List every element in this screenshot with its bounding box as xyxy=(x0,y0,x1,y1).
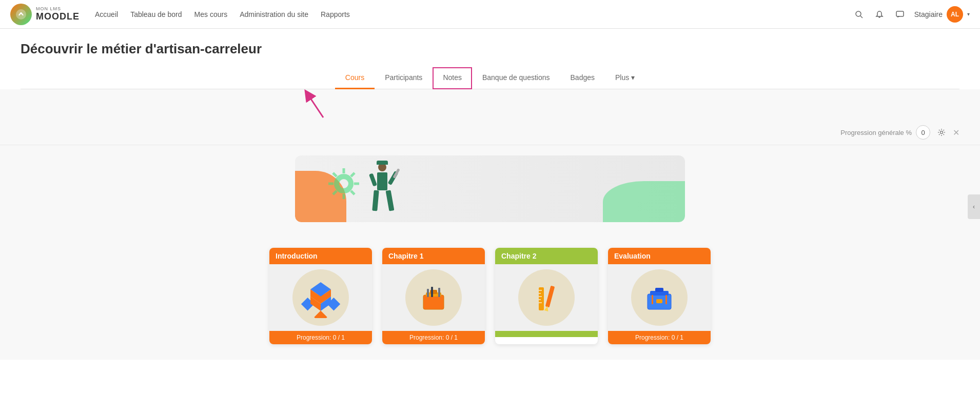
course-header: Découvrir le métier d'artisan-carreleur … xyxy=(0,29,980,89)
svg-rect-24 xyxy=(423,295,444,309)
svg-line-10 xyxy=(333,173,337,176)
svg-rect-4 xyxy=(896,11,904,16)
evaluation-toolbox-icon xyxy=(641,280,677,316)
card-introduction-progress: Progression: 0 / 1 xyxy=(269,331,372,344)
svg-line-11 xyxy=(351,191,355,194)
arrow-annotation xyxy=(298,89,328,119)
course-title: Découvrir le métier d'artisan-carreleur xyxy=(21,41,959,57)
svg-point-2 xyxy=(856,11,861,16)
hero-image xyxy=(295,155,685,222)
tab-cours[interactable]: Cours xyxy=(335,67,375,89)
user-avatar: AL xyxy=(947,6,963,23)
tab-plus[interactable]: Plus ▾ xyxy=(605,67,645,89)
navbar: MON LMS MOODLE Accueil Tableau de bord M… xyxy=(0,0,980,29)
cards-grid: Introduction xyxy=(269,248,711,344)
card-chapitre2-image xyxy=(495,264,598,331)
settings-icon[interactable] xyxy=(934,125,949,140)
svg-rect-18 xyxy=(314,310,327,318)
svg-point-5 xyxy=(940,131,943,134)
card-circle xyxy=(631,269,688,326)
svg-rect-35 xyxy=(539,302,542,303)
card-introduction-image xyxy=(269,264,372,331)
nav-accueil[interactable]: Accueil xyxy=(95,10,118,18)
svg-rect-32 xyxy=(539,293,541,294)
brand-logo xyxy=(10,4,32,25)
svg-line-13 xyxy=(333,191,337,194)
svg-rect-31 xyxy=(539,290,542,291)
card-introduction[interactable]: Introduction xyxy=(269,248,372,344)
chevron-left-icon: ‹ xyxy=(973,203,975,210)
progression-value: 0 xyxy=(916,125,930,140)
card-circle xyxy=(405,269,462,326)
tabs-container: Cours Participants Notes Banque de quest… xyxy=(21,67,959,89)
card-chapitre1-header: Chapitre 1 xyxy=(382,248,485,264)
card-chapitre1-progress: Progression: 0 / 1 xyxy=(382,331,485,344)
worker-figure xyxy=(367,161,398,222)
svg-rect-43 xyxy=(665,295,667,304)
card-chapitre2[interactable]: Chapitre 2 xyxy=(495,248,598,344)
card-circle xyxy=(292,269,349,326)
user-menu[interactable]: Stagiaire AL ▾ xyxy=(914,6,970,23)
cards-section: Introduction xyxy=(0,232,980,360)
svg-point-14 xyxy=(338,178,350,190)
sidebar-toggle[interactable]: ‹ xyxy=(968,194,980,219)
svg-rect-40 xyxy=(655,288,663,292)
svg-rect-42 xyxy=(652,295,653,304)
toolbox-icon xyxy=(416,280,452,316)
card-introduction-header: Introduction xyxy=(269,248,372,264)
svg-rect-36 xyxy=(545,286,555,308)
brand-text: MON LMS MOODLE xyxy=(36,7,80,22)
tab-badges[interactable]: Badges xyxy=(560,67,605,89)
ruler-pencil-icon xyxy=(528,280,564,316)
search-icon[interactable] xyxy=(853,8,865,21)
bell-icon[interactable] xyxy=(873,8,886,21)
hero-section xyxy=(0,145,980,232)
svg-rect-28 xyxy=(431,287,433,297)
progression-label: Progression générale % xyxy=(840,129,912,136)
hero-accent-right xyxy=(603,181,685,222)
nav-rapports[interactable]: Rapports xyxy=(321,10,350,18)
main-content: Découvrir le métier d'artisan-carreleur … xyxy=(0,29,980,413)
tab-participants[interactable]: Participants xyxy=(375,67,433,89)
svg-line-3 xyxy=(860,16,863,18)
progression-bar: Progression générale % 0 ✕ xyxy=(0,120,980,145)
gear-svg xyxy=(326,166,362,202)
svg-rect-33 xyxy=(539,296,542,297)
chat-icon[interactable] xyxy=(894,8,906,21)
card-evaluation-image xyxy=(608,264,711,331)
svg-line-12 xyxy=(351,173,355,176)
tiles-icon xyxy=(300,277,341,318)
close-icon[interactable]: ✕ xyxy=(953,128,959,137)
card-chapitre1[interactable]: Chapitre 1 xyxy=(382,248,485,344)
svg-point-1 xyxy=(20,12,22,14)
brand-logo-link[interactable]: MON LMS MOODLE xyxy=(10,4,80,25)
nav-admin[interactable]: Administration du site xyxy=(240,10,308,18)
card-chapitre2-progress xyxy=(495,331,598,337)
annotation-area xyxy=(0,89,980,120)
tab-notes[interactable]: Notes xyxy=(433,67,472,89)
card-chapitre2-header: Chapitre 2 xyxy=(495,248,598,264)
navbar-right: Stagiaire AL ▾ xyxy=(853,6,970,23)
user-name: Stagiaire xyxy=(914,10,943,18)
svg-rect-29 xyxy=(438,288,440,297)
card-chapitre1-image xyxy=(382,264,485,331)
card-circle xyxy=(518,269,575,326)
svg-rect-34 xyxy=(539,299,541,300)
card-evaluation[interactable]: Evaluation xyxy=(608,248,711,344)
brand-bottom: MOODLE xyxy=(36,12,80,22)
card-evaluation-progress: Progression: 0 / 1 xyxy=(608,331,711,344)
nav-cours[interactable]: Mes cours xyxy=(194,10,228,18)
svg-rect-27 xyxy=(427,289,429,297)
user-menu-chevron: ▾ xyxy=(967,11,970,17)
tab-banque[interactable]: Banque de questions xyxy=(472,67,560,89)
svg-rect-41 xyxy=(656,299,662,303)
nav-tableau[interactable]: Tableau de bord xyxy=(130,10,182,18)
nav-links: Accueil Tableau de bord Mes cours Admini… xyxy=(95,10,853,18)
card-evaluation-header: Evaluation xyxy=(608,248,711,264)
